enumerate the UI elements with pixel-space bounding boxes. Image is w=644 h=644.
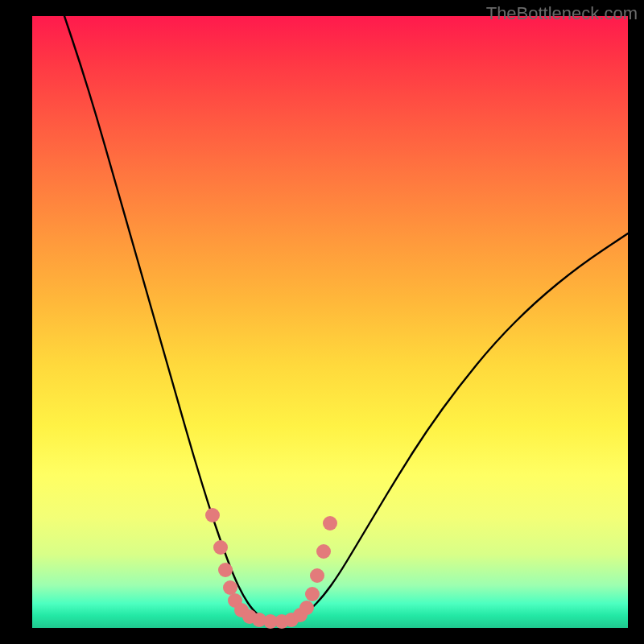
- highlight-dot: [218, 563, 233, 577]
- highlight-dot: [305, 587, 320, 601]
- highlight-dot: [213, 540, 228, 555]
- highlight-dot: [299, 601, 314, 615]
- highlight-dot: [310, 568, 324, 583]
- highlight-dot: [205, 508, 220, 522]
- chart-frame: TheBottleneck.com: [0, 0, 644, 644]
- curve-svg: [32, 16, 628, 628]
- highlight-dot: [323, 516, 337, 530]
- bottleneck-curve: [64, 16, 628, 621]
- highlight-dot: [223, 580, 237, 595]
- highlight-dot: [316, 544, 331, 559]
- watermark-text: TheBottleneck.com: [486, 3, 638, 24]
- highlight-dots: [205, 508, 337, 629]
- plot-area: [32, 16, 628, 628]
